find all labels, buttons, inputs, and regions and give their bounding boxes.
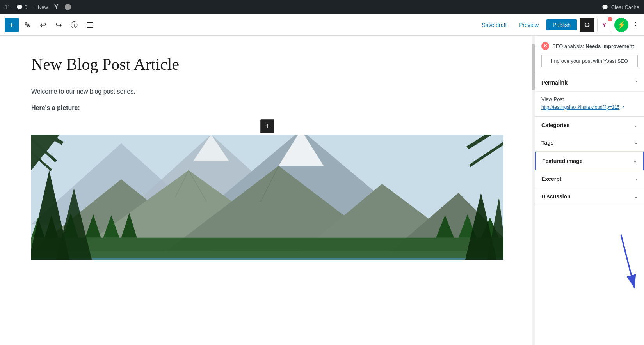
tools-button[interactable]: ✎ [20, 18, 34, 32]
yoast-notification-badge [608, 17, 612, 21]
excerpt-chevron-down-icon: ⌄ [634, 176, 638, 182]
discussion-panel-header[interactable]: Discussion ⌄ [535, 188, 644, 205]
permalink-chevron-up-icon: ⌃ [634, 80, 638, 85]
comment-icon: 💬 [16, 4, 23, 10]
categories-chevron-down-icon: ⌄ [634, 122, 638, 128]
editor-area[interactable]: New Blog Post Article Welcome to our new… [0, 36, 535, 345]
yoast-wrapper: Y [597, 18, 611, 32]
main-layout: New Blog Post Article Welcome to our new… [0, 36, 644, 345]
publish-button[interactable]: Publish [546, 19, 577, 30]
admin-bar-right: 💬 Clear Cache [602, 4, 639, 10]
excerpt-panel-header[interactable]: Excerpt ⌄ [535, 170, 644, 188]
admin-bar-comments[interactable]: 💬 0 [16, 4, 27, 10]
preview-button[interactable]: Preview [514, 19, 543, 30]
external-link-icon: ↗ [621, 105, 624, 110]
kinsta-button[interactable]: ⚡ [614, 18, 628, 32]
toolbar-left: + ✎ ↩ ↪ ⓘ ☰ [5, 18, 97, 32]
svg-rect-24 [31, 258, 503, 259]
seo-label: SEO analysis: [552, 43, 585, 49]
categories-title: Categories [541, 122, 569, 128]
more-options-button[interactable]: ⋮ [632, 20, 639, 30]
bubble-icon[interactable]: 💬 [602, 4, 608, 10]
vertical-dots-icon: ⋮ [632, 21, 639, 29]
categories-panel: Categories ⌄ [535, 117, 644, 134]
view-post-label: View Post [541, 96, 638, 102]
post-body[interactable]: Welcome to our new blog post series. Her… [31, 87, 503, 113]
yoast-button[interactable]: Y [597, 18, 611, 32]
tags-title: Tags [541, 140, 554, 146]
featured-image-panel-header[interactable]: Featured image ⌄ [536, 152, 643, 170]
redo-button[interactable]: ↪ [52, 18, 66, 32]
settings-button[interactable]: ⚙ [580, 18, 594, 32]
list-view-icon: ☰ [86, 20, 93, 30]
redo-icon: ↪ [55, 20, 62, 30]
post-paragraph-1[interactable]: Welcome to our new blog post series. [31, 87, 503, 97]
tags-panel: Tags ⌄ [535, 134, 644, 152]
featured-image-panel: Featured image ⌄ [535, 152, 644, 170]
scrollbar-thumb[interactable] [532, 44, 535, 90]
post-count: 11 [5, 4, 10, 10]
discussion-panel: Discussion ⌄ [535, 188, 644, 205]
discussion-title: Discussion [541, 193, 571, 200]
save-draft-button[interactable]: Save draft [477, 19, 511, 30]
seo-status-text: SEO analysis: Needs improvement [552, 43, 634, 49]
sidebar: ✕ SEO analysis: Needs improvement Improv… [535, 36, 644, 345]
admin-bar-new[interactable]: + New [34, 4, 48, 10]
permalink-url-container: http://testingsitex.kinsta.cloud/?p=115 … [541, 104, 638, 110]
tags-chevron-down-icon: ⌄ [634, 140, 638, 145]
post-title[interactable]: New Blog Post Article [31, 55, 503, 74]
excerpt-panel: Excerpt ⌄ [535, 170, 644, 188]
toolbar-right: Save draft Preview Publish ⚙ Y ⚡ ⋮ [477, 18, 639, 32]
featured-image-title: Featured image [542, 158, 582, 164]
list-view-button[interactable]: ☰ [83, 18, 97, 32]
pencil-icon: ✎ [24, 20, 31, 30]
permalink-panel: Permalink ⌃ View Post http://testingsite… [535, 74, 644, 117]
add-block-container: + [31, 119, 503, 133]
post-paragraph-2: Here's a picture: [31, 103, 503, 113]
tags-panel-header[interactable]: Tags ⌄ [535, 134, 644, 151]
undo-button[interactable]: ↩ [36, 18, 50, 32]
excerpt-title: Excerpt [541, 176, 561, 182]
svg-line-37 [621, 235, 635, 288]
improve-yoast-button[interactable]: Improve your post with Yoast SEO [541, 55, 638, 67]
comment-count: 0 [24, 4, 27, 10]
kinsta-icon: ⚡ [617, 21, 626, 29]
info-button[interactable]: ⓘ [67, 18, 81, 32]
info-icon: ⓘ [71, 20, 78, 30]
undo-icon: ↩ [40, 20, 46, 30]
featured-image-block[interactable] [31, 135, 503, 260]
seo-status-icon: ✕ [541, 42, 549, 50]
permalink-panel-header[interactable]: Permalink ⌃ [535, 74, 644, 91]
admin-bar-count[interactable]: 11 [5, 4, 10, 10]
editor-toolbar: + ✎ ↩ ↪ ⓘ ☰ Save draft Preview Publish ⚙… [0, 14, 644, 36]
discussion-chevron-down-icon: ⌄ [634, 194, 638, 199]
permalink-panel-content: View Post http://testingsitex.kinsta.clo… [535, 91, 644, 116]
seo-section: ✕ SEO analysis: Needs improvement Improv… [535, 36, 644, 74]
svg-rect-14 [31, 237, 503, 259]
inline-plus-icon: + [265, 122, 270, 131]
permalink-url[interactable]: http://testingsitex.kinsta.cloud/?p=115 [541, 104, 619, 110]
clear-cache-btn[interactable]: Clear Cache [611, 4, 639, 10]
add-block-button[interactable]: + [5, 18, 19, 32]
scrollbar-track[interactable] [532, 36, 535, 345]
featured-image-chevron-down-icon: ⌄ [633, 158, 637, 164]
admin-bar: 11 💬 0 + New Y 💬 Clear Cache [0, 0, 644, 14]
yoast-admin-icon[interactable]: Y [54, 4, 59, 11]
permalink-title: Permalink [541, 80, 568, 86]
admin-bar-circle [65, 4, 71, 10]
post-paragraph-2-text[interactable]: Here's a picture: [31, 104, 80, 111]
categories-panel-header[interactable]: Categories ⌄ [535, 117, 644, 134]
new-label: + New [34, 4, 48, 10]
seo-status: ✕ SEO analysis: Needs improvement [541, 42, 638, 50]
seo-status-value: Needs improvement [585, 43, 634, 49]
plus-icon: + [9, 19, 14, 30]
yoast-letter: Y [602, 21, 606, 28]
mountain-svg [31, 135, 503, 260]
gear-icon: ⚙ [584, 21, 590, 29]
inline-add-block-button[interactable]: + [260, 119, 274, 133]
